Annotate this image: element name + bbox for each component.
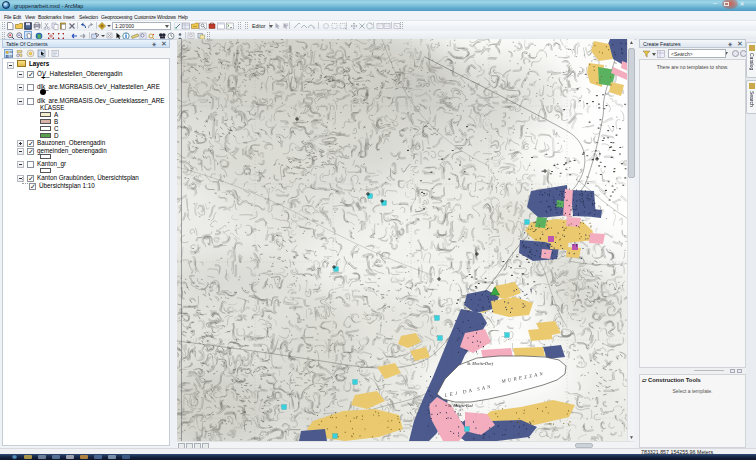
svg-text:St. Moritz-Dorf: St. Moritz-Dorf	[467, 361, 494, 366]
svg-text:St. Moritz-Bad: St. Moritz-Bad	[448, 403, 474, 408]
